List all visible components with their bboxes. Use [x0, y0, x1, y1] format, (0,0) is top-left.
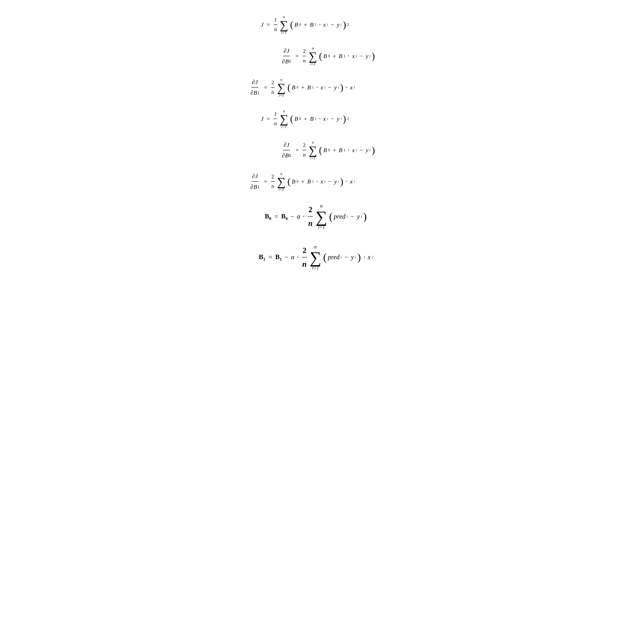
eq3-yi: y	[334, 83, 337, 92]
eq1-B0: B	[295, 20, 298, 29]
eq8-xi2-sub: i	[372, 254, 373, 260]
eq1-lparen: (	[290, 20, 293, 29]
eq5-xi-sub: i	[356, 147, 357, 153]
eq8-yi: y	[351, 252, 354, 262]
eq8-pred-sub: i	[341, 254, 342, 260]
eq3-xi-sub: i	[324, 85, 325, 90]
eq6-equals: =	[264, 177, 267, 186]
eq1-xi-sub: i	[327, 22, 328, 28]
eq8-pred: pred	[328, 252, 340, 262]
eq6-minus: −	[328, 177, 331, 186]
equation-5: ∂J ∂B0 = 2 n n ∑ i=1 ( B0 + B1 ⋅ xi −	[249, 139, 395, 161]
eq6-plus: +	[301, 177, 304, 186]
eq4-B0-sub: 0	[299, 116, 301, 122]
eq8-alpha: α	[291, 252, 294, 262]
eq4-frac-den: n	[273, 119, 277, 128]
eq6-B0-sub: 0	[297, 179, 298, 184]
eq5-partial-sym-top: ∂	[284, 140, 286, 150]
eq2-J-top: J	[287, 46, 289, 55]
eq6-lparen: (	[287, 177, 291, 186]
eq8-cdot: ⋅	[297, 252, 299, 263]
eq6-xi-sub: i	[324, 179, 325, 184]
eq5-B0-sub: 0	[328, 147, 330, 153]
equation-7: B0 = B0 − α ⋅ 2 n n ∑ i=1 ( predi − yi )	[249, 202, 395, 231]
eq5-yi-sub: i	[370, 147, 371, 153]
eq2-B0-den: B	[285, 57, 289, 66]
eq6-J-top: J	[255, 171, 258, 181]
eq2-xi: x	[352, 51, 355, 61]
eq3-sigma-bot: i=1	[279, 93, 284, 98]
eq7-yi-sub: i	[361, 213, 362, 220]
eq2-content: ∂J ∂B0 = 2 n n ∑ i=1 ( B0 + B1 ⋅ xi −	[281, 45, 375, 67]
eq1-frac-den: n	[273, 25, 277, 34]
eq8-equals: =	[269, 252, 272, 262]
eq5-equals: =	[296, 145, 299, 155]
eq3-J-top: J	[255, 77, 258, 87]
eq6-partial-sym-bot: ∂	[250, 182, 253, 192]
equation-3: ∂J ∂B1 = 2 n n ∑ i=1 ( B0 + B1 ⋅ xi −	[249, 77, 395, 98]
eq6-yi-sub: i	[338, 179, 339, 184]
eq5-partial-frac: ∂J ∂B0	[281, 140, 292, 160]
eq8-sigma-bot: i=1	[312, 264, 319, 272]
eq4-J: J	[261, 114, 263, 124]
eq2-cdot: ⋅	[348, 51, 350, 61]
eq5-B1-sub: 1	[344, 147, 345, 153]
eq2-sigma-bot: i=1	[310, 61, 315, 67]
eq7-yi: y	[357, 211, 360, 222]
eq4-minus: −	[331, 114, 334, 124]
eq7-alpha: α	[297, 211, 300, 222]
eq5-yi: y	[366, 145, 368, 155]
eq2-partial-sym-top: ∂	[284, 46, 286, 55]
eq7-sigma: n ∑ i=1	[315, 202, 327, 231]
eq3-equals: =	[264, 83, 267, 92]
eq3-partial-sym-top: ∂	[252, 77, 255, 87]
eq7-cdot: ⋅	[303, 211, 305, 222]
eq6-xi2-sub: i	[354, 179, 355, 184]
eq3-sigma-sym: ∑	[277, 83, 285, 93]
eq4-lparen: (	[290, 114, 293, 124]
equation-4: J = 1 n n ∑ i=1 ( B0 + B1 ⋅ xi − yi )2	[249, 108, 395, 130]
eq1-yi-sub: i	[341, 22, 342, 28]
eq6-frac-num: 2	[271, 172, 275, 182]
eq2-B1-sub: 1	[344, 53, 345, 59]
eq1-frac-num: 1	[273, 16, 277, 25]
eq4-sigma-sym: ∑	[280, 114, 288, 124]
eq1-B1: B	[310, 20, 314, 29]
eq2-frac-den: n	[302, 56, 306, 65]
eq8-B1-lhs: B1	[259, 252, 265, 263]
eq3-lparen: (	[287, 83, 291, 92]
eq5-cdot: ⋅	[348, 145, 350, 155]
eq7-frac: 2 n	[308, 203, 313, 230]
eq4-xi-sub: i	[327, 116, 328, 122]
eq3-frac: 2 n	[271, 78, 275, 96]
eq1-sigma-sym: ∑	[280, 20, 288, 30]
eq8-yi-sub: i	[355, 254, 356, 260]
eq5-content: ∂J ∂B0 = 2 n n ∑ i=1 ( B0 + B1 ⋅ xi −	[281, 139, 375, 161]
eq2-B0-den-sub: 0	[289, 58, 291, 65]
eq3-partial-den: ∂B1	[250, 88, 260, 97]
eq2-frac-num: 2	[302, 47, 306, 56]
eq3-partial-sym-bot: ∂	[250, 88, 253, 97]
eq2-sigma: n ∑ i=1	[309, 45, 317, 67]
eq6-sigma-sym: ∑	[277, 177, 285, 187]
eq1-minus: −	[331, 20, 334, 29]
eq3-B0: B	[292, 83, 295, 92]
eq7-rparen: )	[363, 211, 367, 222]
eq3-content: ∂J ∂B1 = 2 n n ∑ i=1 ( B0 + B1 ⋅ xi −	[249, 77, 355, 98]
eq1-yi: y	[337, 20, 339, 29]
eq7-B0-lhs: B0	[265, 211, 271, 222]
eq8-content: B1 = B1 − α ⋅ 2 n n ∑ i=1 ( predi − yi )…	[259, 243, 373, 272]
eq3-partial-num: ∂J	[251, 77, 258, 88]
eq2-sigma-sym: ∑	[309, 51, 317, 61]
eq1-content: J = 1 n n ∑ i=1 ( B0 + B1 ⋅ xi − yi )2	[261, 14, 349, 36]
eq7-sigma-bot: i=1	[318, 224, 325, 231]
eq2-partial-den: ∂B0	[281, 56, 292, 66]
eq1-frac: 1 n	[273, 16, 277, 34]
eq6-B0: B	[292, 177, 295, 186]
eq1-sigma-bot: i=1	[281, 30, 286, 36]
eq1-sigma: n ∑ i=1	[280, 14, 288, 36]
eq8-sigma: n ∑ i=1	[310, 243, 321, 272]
eq3-minus: −	[328, 83, 331, 92]
eq7-pred: pred	[334, 211, 345, 222]
eq3-B1-den-sub: 1	[257, 90, 259, 96]
